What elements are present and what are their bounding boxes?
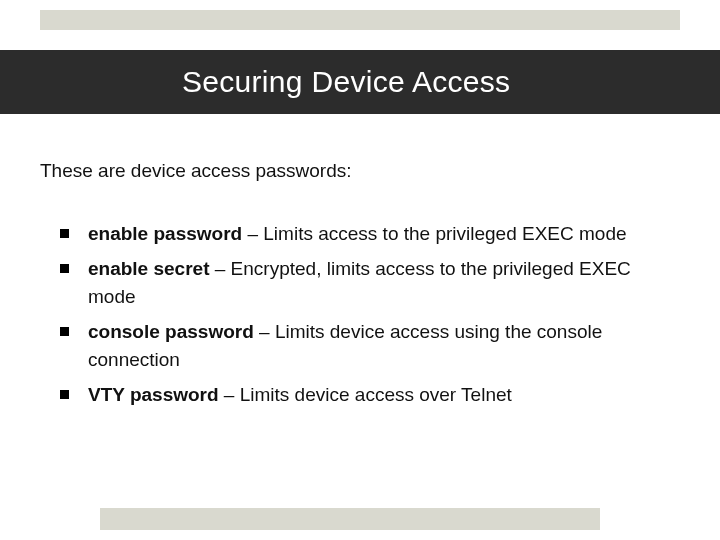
list-item: console password – Limits device access … [60,318,660,375]
list-item: enable password – Limits access to the p… [60,220,660,249]
term: enable password [88,223,242,244]
password-list: enable password – Limits access to the p… [60,220,660,415]
sep: – [209,258,230,279]
list-item: enable secret – Encrypted, limits access… [60,255,660,312]
sep: – [242,223,263,244]
intro-text: These are device access passwords: [40,160,680,182]
slide: Securing Device Access These are device … [0,0,720,540]
list-item: VTY password – Limits device access over… [60,381,660,410]
desc: Limits device access over Telnet [240,384,512,405]
title-bar: Securing Device Access [0,50,720,114]
term: enable secret [88,258,209,279]
sep: – [254,321,275,342]
desc: Limits access to the privileged EXEC mod… [263,223,626,244]
bottom-decor-bar [100,508,600,530]
top-decor-bar [40,10,680,30]
term: console password [88,321,254,342]
slide-title: Securing Device Access [182,65,510,99]
sep: – [219,384,240,405]
term: VTY password [88,384,219,405]
